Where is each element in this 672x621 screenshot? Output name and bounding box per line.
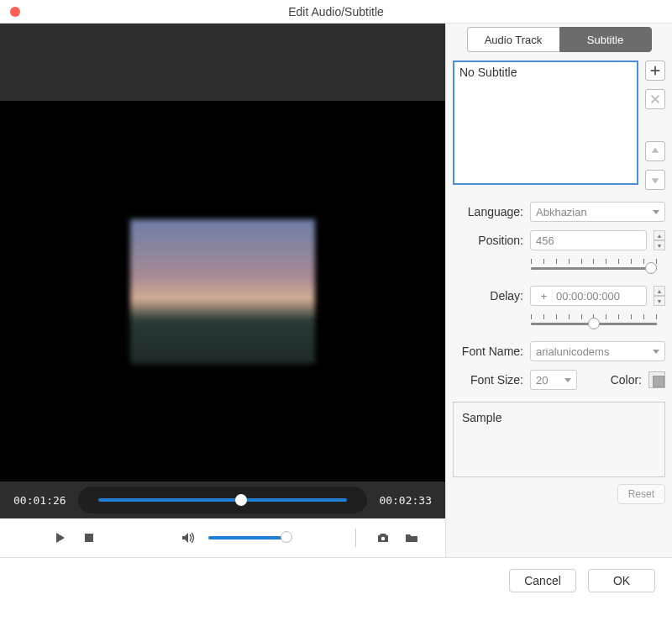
color-picker[interactable] [648,371,665,388]
sample-preview: Sample [453,402,665,477]
player-controls [0,518,445,557]
tabs: Audio Track Subtitle [453,27,665,52]
position-input[interactable]: 456 [530,230,647,250]
folder-icon[interactable] [403,529,420,546]
subtitle-list[interactable]: No Subtitle [453,61,638,185]
timeline-thumb[interactable] [235,494,247,506]
left-panel: 00:01:26 00:02:33 [0,24,445,557]
tab-audio-track[interactable]: Audio Track [467,27,559,52]
delay-label: Delay: [453,289,523,303]
move-up-button[interactable] [645,141,665,161]
stop-icon[interactable] [81,529,97,546]
timeline-row: 00:01:26 00:02:33 [0,482,445,518]
position-slider[interactable] [531,259,657,277]
color-label: Color: [611,373,642,387]
remove-subtitle-button[interactable] [645,89,665,109]
language-label: Language: [453,205,523,218]
sample-label: Sample [462,411,501,424]
right-panel: Audio Track Subtitle No Subtitle [445,24,672,557]
dialog-buttons: Cancel OK [0,558,672,603]
window-title: Edit Audio/Subtitle [0,5,672,18]
svg-marker-6 [652,148,659,153]
svg-rect-1 [85,534,93,542]
svg-marker-2 [182,533,188,543]
language-value: Abkhazian [536,206,587,218]
font-size-value: 20 [536,374,548,387]
delay-sign: + [536,290,553,303]
delay-input[interactable]: + 00:00:00:000 [530,286,647,306]
play-icon[interactable] [52,529,69,546]
svg-marker-7 [652,178,659,183]
chevron-down-icon [653,210,659,214]
ok-button[interactable]: OK [588,569,655,592]
position-label: Position: [453,234,523,247]
font-size-label: Font Size: [453,373,523,387]
move-down-button[interactable] [645,170,665,190]
camera-icon[interactable] [375,529,391,546]
chevron-down-icon [653,350,659,354]
font-name-label: Font Name: [453,345,523,358]
svg-marker-0 [56,533,65,543]
time-current: 00:01:26 [13,494,66,507]
svg-rect-5 [651,70,660,71]
delay-slider-thumb[interactable] [588,318,600,329]
reset-button[interactable]: Reset [617,484,665,504]
position-stepper[interactable]: ▲▼ [654,230,665,250]
tab-subtitle[interactable]: Subtitle [559,27,652,52]
delay-value: 00:00:00:000 [556,290,620,303]
delay-stepper[interactable]: ▲▼ [654,286,665,306]
font-name-value: arialunicodems [536,345,609,358]
subtitle-form: Language: Abkhazian Position: 456 ▲▼ [453,202,665,390]
volume-thumb[interactable] [281,531,292,543]
timeline-scrubber[interactable] [78,487,368,513]
volume-slider[interactable] [208,536,292,539]
video-letterbox-top [0,24,445,101]
svg-point-3 [381,537,385,540]
cancel-button[interactable]: Cancel [509,569,576,592]
video-player: 00:01:26 00:02:33 [0,24,445,518]
video-thumbnail [130,219,315,364]
subtitle-list-row: No Subtitle [453,61,665,190]
position-slider-thumb[interactable] [645,262,657,274]
subtitle-list-buttons [645,61,665,190]
delay-slider[interactable] [531,314,657,333]
main-area: 00:01:26 00:02:33 [0,24,672,558]
position-value: 456 [536,234,554,247]
font-name-select[interactable]: arialunicodems [530,341,665,361]
volume-icon[interactable] [180,529,197,546]
language-select[interactable]: Abkhazian [530,202,665,222]
video-canvas[interactable] [0,101,445,482]
close-window-button[interactable] [10,7,20,17]
timeline-track [98,498,348,502]
font-size-select[interactable]: 20 [530,370,577,390]
separator [355,529,356,547]
subtitle-list-item[interactable]: No Subtitle [459,66,632,79]
time-total: 00:02:33 [379,494,432,507]
titlebar: Edit Audio/Subtitle [0,0,672,24]
add-subtitle-button[interactable] [645,61,665,81]
chevron-down-icon [564,378,571,382]
